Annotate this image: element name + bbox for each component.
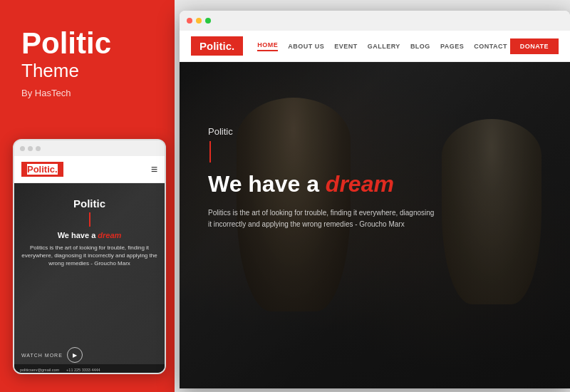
mobile-top-bar — [14, 140, 165, 156]
nav-blog[interactable]: BLOG — [410, 43, 430, 50]
desktop-nav-logo: Politic. — [191, 36, 243, 56]
mobile-hero-subtitle: We have a dream — [14, 231, 165, 239]
mobile-play-button[interactable]: ▶ — [67, 347, 83, 363]
desktop-top-bar — [180, 11, 570, 31]
mobile-footer-phone: +11 225 3333 4444 — [66, 368, 100, 372]
hero-description: Politics is the art of looking for troub… — [208, 207, 436, 230]
theme-title: Politic — [21, 29, 153, 58]
mobile-watch-text: WATCH MORE — [21, 353, 63, 358]
mobile-dot-3 — [36, 146, 41, 151]
hamburger-icon[interactable]: ≡ — [151, 163, 157, 176]
nav-gallery[interactable]: GALLERY — [368, 43, 400, 50]
mobile-divider — [89, 212, 90, 227]
desktop-nav: Politic. HOME ABOUT US EVENT GALLERY BLO… — [180, 31, 570, 62]
mobile-header: Politic. ≡ — [14, 156, 165, 183]
hero-content: Politic We have a dream Politics is the … — [180, 126, 570, 230]
mobile-dot-1 — [20, 146, 25, 151]
mobile-hero-title: Politic — [14, 197, 165, 210]
nav-home[interactable]: HOME — [257, 41, 278, 51]
donate-button[interactable]: DONATE — [510, 38, 559, 54]
desktop-dot-green — [205, 18, 211, 24]
nav-event[interactable]: EVENT — [334, 43, 358, 50]
left-panel: Politic Theme By HasTech Politic. ≡ Poli… — [0, 0, 175, 392]
mobile-dot-2 — [28, 146, 33, 151]
mobile-logo: Politic. — [21, 162, 63, 177]
mobile-hero-content: Politic We have a dream Politics is the … — [14, 197, 165, 272]
nav-about[interactable]: ABOUT US — [288, 43, 324, 50]
mobile-footer-email: politicserv@gmail.com — [20, 368, 59, 372]
nav-pages[interactable]: PAGES — [440, 43, 464, 50]
hero-eyebrow: Politic — [208, 126, 542, 137]
hero-headline: We have a dream — [208, 171, 542, 197]
nav-links: HOME ABOUT US EVENT GALLERY BLOG PAGES C… — [257, 41, 509, 51]
desktop-hero: Politic We have a dream Politics is the … — [180, 62, 570, 388]
by-text: By HasTech — [21, 88, 153, 98]
mobile-mockup: Politic. ≡ Politic We have a dream Polit… — [13, 139, 166, 374]
nav-contact[interactable]: CONTACT — [474, 43, 507, 50]
mobile-hero: Politic We have a dream Politics is the … — [14, 183, 165, 374]
desktop-mockup: Politic. HOME ABOUT US EVENT GALLERY BLO… — [180, 11, 570, 388]
desktop-dot-red — [187, 18, 192, 24]
mobile-watch-more-bar: WATCH MORE ▶ — [21, 347, 83, 363]
mobile-footer-bar: politicserv@gmail.com +11 225 3333 4444 — [14, 364, 165, 374]
desktop-dot-yellow — [196, 18, 202, 24]
hero-divider — [209, 141, 211, 163]
mobile-hero-desc: Politics is the art of looking for troub… — [14, 239, 165, 272]
theme-subtitle: Theme — [21, 60, 153, 82]
